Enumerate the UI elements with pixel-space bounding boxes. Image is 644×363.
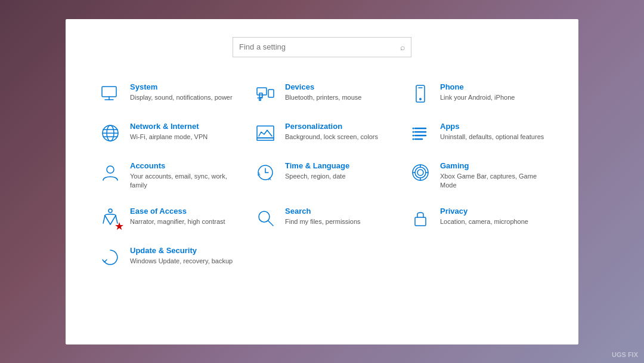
system-icon [99,82,122,105]
ease-desc: Narrator, magnifier, high contrast [130,217,225,226]
setting-ease[interactable]: ★ Ease of Access Narrator, magnifier, hi… [89,198,244,238]
setting-gaming[interactable]: Gaming Xbox Game Bar, captures, Game Mod… [400,153,555,199]
setting-phone[interactable]: Phone Link your Android, iPhone [400,74,555,113]
svg-point-6 [259,99,261,100]
time-title: Time & Language [285,161,349,170]
svg-rect-4 [268,90,274,97]
search-input[interactable] [239,42,400,51]
svg-point-40 [259,211,270,222]
setting-network[interactable]: Network & Internet Wi-Fi, airplane mode,… [89,113,244,153]
accounts-title: Accounts [130,161,235,170]
svg-point-10 [420,98,421,99]
svg-point-23 [413,131,414,133]
setting-personalization[interactable]: Personalization Background, lock screen,… [244,113,400,153]
ease-title: Ease of Access [130,207,225,216]
svg-rect-42 [415,217,426,226]
svg-point-24 [413,134,414,136]
network-title: Network & Internet [130,122,208,131]
svg-point-34 [417,170,423,176]
watermark: UGS FIX [612,351,638,358]
search-setting-desc: Find my files, permissions [285,217,361,226]
phone-icon [409,82,432,105]
devices-icon [254,82,277,105]
network-desc: Wi-Fi, airplane mode, VPN [130,133,208,141]
update-desc: Windows Update, recovery, backup [130,257,233,266]
search-setting-title: Search [285,207,361,216]
svg-rect-3 [257,88,267,95]
setting-system[interactable]: System Display, sound, notifications, po… [89,74,244,113]
setting-privacy[interactable]: Privacy Location, camera, microphone [400,198,555,238]
gaming-desc: Xbox Game Bar, captures, Game Mode [440,172,545,190]
update-title: Update & Security [130,246,233,255]
gaming-title: Gaming [440,161,545,170]
phone-title: Phone [440,82,515,91]
settings-window: ⌕ System Display, sound, notifications, … [66,19,578,344]
accounts-desc: Your accounts, email, sync, work, family [130,172,235,190]
svg-point-26 [107,166,114,173]
time-desc: Speech, region, date [285,172,349,181]
ease-icon: ★ [99,207,122,229]
search-bar: ⌕ [233,37,411,57]
svg-text:A: A [258,172,261,176]
svg-rect-17 [257,138,274,140]
system-title: System [130,82,233,91]
gaming-icon [409,161,432,184]
system-desc: Display, sound, notifications, power [130,93,233,102]
personalization-desc: Background, lock screen, colors [285,133,378,141]
privacy-desc: Location, camera, microphone [440,217,528,226]
svg-text:A: A [268,177,271,181]
setting-update[interactable]: Update & Security Windows Update, recove… [89,238,244,277]
privacy-icon [409,207,432,229]
search-setting-icon [254,207,277,229]
ease-star-annotation: ★ [114,221,124,232]
apps-title: Apps [440,122,544,131]
setting-time[interactable]: A A Time & Language Speech, region, date [244,153,400,199]
setting-apps[interactable]: Apps Uninstall, defaults, optional featu… [400,113,555,153]
setting-accounts[interactable]: Accounts Your accounts, email, sync, wor… [89,153,244,199]
setting-devices[interactable]: Devices Bluetooth, printers, mouse [244,74,400,113]
setting-search[interactable]: Search Find my files, permissions [244,198,400,238]
personalization-title: Personalization [285,122,378,131]
phone-desc: Link your Android, iPhone [440,93,515,102]
accounts-icon [99,161,122,184]
svg-line-41 [268,221,273,226]
apps-desc: Uninstall, defaults, optional features [440,133,544,141]
svg-point-39 [109,209,112,213]
svg-point-33 [415,167,426,178]
devices-title: Devices [285,82,361,91]
update-icon [99,246,122,269]
network-icon [99,122,122,144]
personalization-icon [254,122,277,144]
svg-point-25 [413,138,414,140]
svg-point-22 [413,127,414,129]
privacy-title: Privacy [440,207,528,216]
apps-icon [409,122,432,144]
settings-grid: System Display, sound, notifications, po… [89,74,555,278]
svg-rect-0 [102,87,116,97]
search-icon: ⌕ [400,42,405,52]
time-icon: A A [254,161,277,184]
devices-desc: Bluetooth, printers, mouse [285,93,361,102]
